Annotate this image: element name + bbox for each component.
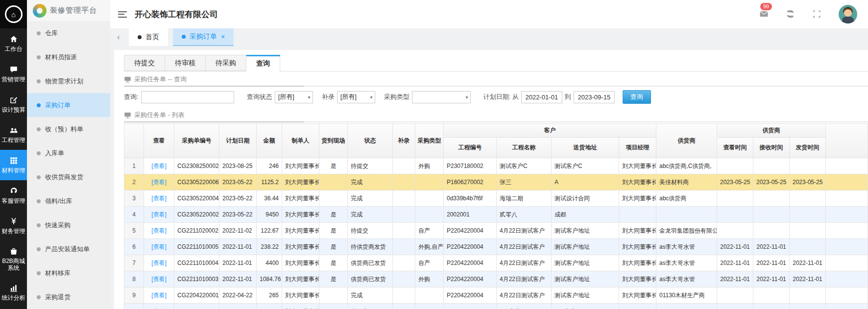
- rail-item-edit[interactable]: 设计预算: [0, 89, 27, 119]
- submenu-item-label: 物资需求计划: [45, 77, 83, 86]
- cell-project_no: P1606270002: [444, 174, 497, 190]
- view-link[interactable]: [查看]: [151, 260, 167, 266]
- date-range-label: 计划日期: 从: [483, 93, 519, 101]
- table-row[interactable]: 6[查看]CG22110100052022-11-01238.22刘大同董事长是…: [124, 239, 868, 255]
- cell-purchase_type: [415, 287, 444, 304]
- view-link[interactable]: [查看]: [151, 292, 167, 299]
- bullet-dot-icon: [37, 199, 41, 203]
- cell-receive_time: [753, 304, 790, 309]
- rail-item-chart[interactable]: 统计分析: [0, 277, 27, 308]
- view-link[interactable]: [查看]: [151, 163, 167, 169]
- fullscreen-icon[interactable]: [812, 9, 822, 19]
- date-from-input[interactable]: 2022-01-01: [521, 91, 562, 103]
- search-button[interactable]: 查询: [623, 90, 651, 104]
- purchase-type-select[interactable]: ▾: [412, 91, 471, 103]
- submenu-item[interactable]: 领料/出库: [27, 189, 110, 213]
- rail-item-grid[interactable]: 材料管理: [0, 150, 27, 180]
- cell-status: 待供货商发货: [348, 239, 393, 255]
- cell-delivery_address: 成都: [552, 207, 619, 223]
- cell-ship_time: [790, 239, 826, 255]
- view-link[interactable]: [查看]: [151, 227, 167, 234]
- table-row[interactable]: 10[查看]CG22033100022022-03-31120刘大同董事长是待提…: [124, 304, 868, 309]
- app-logo[interactable]: ⌂: [0, 0, 27, 28]
- tab-home[interactable]: 首页: [129, 28, 168, 46]
- table-row[interactable]: 5[查看]CG22110200022022-11-02122.67刘大同董事长是…: [124, 223, 868, 239]
- col-header: 制单人: [282, 124, 319, 158]
- submenu-item[interactable]: 材料移库: [27, 261, 110, 285]
- rail-item-users[interactable]: 工程管理: [0, 119, 27, 150]
- col-header: [124, 124, 144, 158]
- cell-order_no: CG2308250002: [174, 158, 219, 174]
- submenu-item[interactable]: 物资需求计划: [27, 69, 110, 93]
- cell-delivery_address: A: [552, 174, 619, 190]
- cell-supplier: 美佳材料商: [656, 174, 717, 190]
- submenu-item[interactable]: 材料员指派: [27, 45, 110, 69]
- menu-toggle-icon[interactable]: [118, 11, 127, 18]
- cell-status: 待提交: [348, 223, 393, 239]
- cell-supplement: [393, 287, 415, 304]
- cell-receive_time: 2022-11-01: [753, 239, 790, 255]
- cell-idx: 8: [124, 271, 144, 287]
- col-header: 货到现场: [319, 124, 348, 158]
- cell-amount: 246: [257, 158, 282, 174]
- submenu-item[interactable]: 采购退货: [27, 285, 110, 309]
- status-select[interactable]: [所有] ▾: [275, 91, 313, 103]
- rail-item-label: 工作台: [5, 46, 23, 52]
- table-row[interactable]: 1[查看]CG23082500022023-08-25246刘大同董事长是待提交…: [124, 158, 868, 174]
- cell-order_no: CG2305220006: [174, 174, 219, 190]
- submenu-item-label: 仓库: [45, 29, 58, 38]
- cell-order_no: CG2305220004: [174, 190, 219, 207]
- rail-item-headset[interactable]: 客服管理: [0, 180, 27, 211]
- cell-project_name: 4月22日测试客户: [497, 255, 552, 271]
- rail-item-bag[interactable]: B2B商城系统: [0, 241, 27, 277]
- mail-icon[interactable]: 99: [759, 9, 769, 19]
- submenu-item[interactable]: 收供货商发货: [27, 165, 110, 189]
- tab-close-icon[interactable]: ×: [221, 33, 225, 40]
- cell-status: 完成: [348, 190, 393, 207]
- table-row[interactable]: 4[查看]CG23052200022023-05-229450刘大同董事长是完成…: [124, 207, 868, 223]
- table-row[interactable]: 8[查看]CG22110100032022-11-011084.76刘大同董事长…: [124, 271, 868, 287]
- tab-purchase-orders[interactable]: 采购订单 ×: [173, 28, 234, 46]
- rail-item-chat[interactable]: 营销管理: [0, 59, 27, 89]
- monitor-icon: [124, 112, 131, 119]
- rail-item-yen[interactable]: 财务管理: [0, 211, 27, 241]
- submenu-item[interactable]: 收（预）料单: [27, 117, 110, 141]
- table-row[interactable]: 2[查看]CG23052200062023-05-221125.2刘大同董事长完…: [124, 174, 868, 190]
- chevron-down-icon: ▾: [308, 95, 311, 100]
- date-to-input[interactable]: 2023-09-15: [574, 91, 615, 103]
- subtab[interactable]: 待审核: [165, 55, 206, 71]
- view-link[interactable]: [查看]: [151, 195, 167, 202]
- cell-plan_date: 2023-05-22: [219, 190, 257, 207]
- submenu-item[interactable]: 入库单: [27, 141, 110, 165]
- table-row[interactable]: 7[查看]CG22110100042022-11-014400刘大同董事长是供货…: [124, 255, 868, 271]
- subtab[interactable]: 待采购: [205, 55, 246, 71]
- view-link[interactable]: [查看]: [151, 179, 167, 186]
- tabs-scroll-left-icon[interactable]: ‹: [113, 28, 124, 46]
- view-link[interactable]: [查看]: [151, 243, 167, 250]
- cell-delivery_address: 测试客户地址: [552, 239, 619, 255]
- view-link[interactable]: [查看]: [151, 211, 167, 218]
- subtab[interactable]: 待提交: [124, 55, 165, 71]
- home-icon: [9, 35, 18, 44]
- table-row[interactable]: 3[查看]CG23052200042023-05-2236.44刘大同董事长完成…: [124, 190, 868, 207]
- view-link[interactable]: [查看]: [151, 276, 167, 283]
- cell-supplier: as李大哥水管: [656, 255, 717, 271]
- cell-project_no: 0d339b4b7f6f: [444, 190, 497, 207]
- supplement-label: 补录: [322, 93, 335, 101]
- subtab[interactable]: 查询: [246, 55, 280, 71]
- submenu-item[interactable]: 采购订单: [27, 93, 110, 117]
- table-row[interactable]: 9[查看]CG22042200012022-04-22265刘大同董事长完成P2…: [124, 287, 868, 304]
- cell-project_manager: [619, 304, 656, 309]
- submenu-item[interactable]: 快速采购: [27, 213, 110, 237]
- refresh-icon[interactable]: [786, 9, 796, 19]
- cell-supplement: [393, 304, 415, 309]
- submenu-item[interactable]: 仓库: [27, 21, 110, 45]
- supplement-select[interactable]: [所有] ▾: [337, 91, 375, 103]
- keyword-input[interactable]: [141, 91, 234, 103]
- rail-item-home[interactable]: 工作台: [0, 28, 27, 59]
- submenu-item[interactable]: 产品安装通知单: [27, 237, 110, 261]
- cell-plan_date: 2022-11-01: [219, 239, 257, 255]
- user-avatar[interactable]: [839, 5, 857, 24]
- cell-supplement: [393, 190, 415, 207]
- cell-amount: 120: [257, 304, 282, 309]
